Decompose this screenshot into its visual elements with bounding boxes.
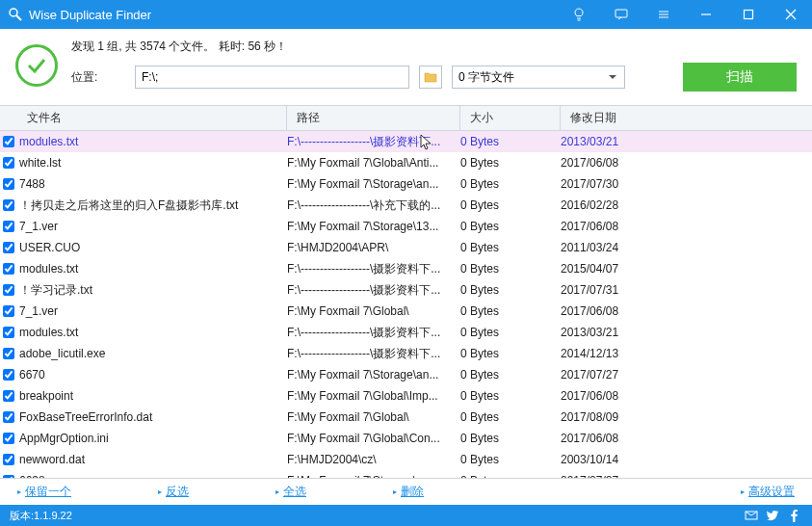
- cell-size: 0 Bytes: [460, 304, 561, 318]
- folder-icon: [424, 71, 437, 83]
- cell-path: F:\HMJD2004\cz\: [287, 453, 460, 466]
- minimize-button[interactable]: [685, 0, 727, 29]
- row-checkbox[interactable]: [3, 221, 14, 232]
- dropdown-triangle-icon: ▸: [393, 487, 397, 496]
- table-row[interactable]: AppMgrOption.iniF:\My Foxmail 7\Global\C…: [0, 428, 812, 449]
- success-check-icon: [15, 44, 58, 87]
- row-checkbox[interactable]: [3, 327, 14, 338]
- location-input[interactable]: [135, 66, 409, 89]
- cell-size: 0 Bytes: [460, 156, 561, 170]
- dropdown-triangle-icon: ▸: [158, 487, 162, 496]
- cell-date: 2017/07/31: [561, 283, 812, 297]
- cell-size: 0 Bytes: [460, 368, 561, 381]
- row-checkbox[interactable]: [3, 263, 14, 275]
- row-checkbox[interactable]: [3, 305, 14, 317]
- cell-date: 2011/03/24: [561, 241, 812, 254]
- table-row[interactable]: modules.txtF:\------------------\摄影资料下..…: [0, 131, 812, 152]
- cell-date: 2013/03/21: [561, 135, 812, 148]
- lightbulb-icon[interactable]: [558, 0, 600, 29]
- advanced-settings-action[interactable]: ▸高级设置: [741, 484, 795, 500]
- version-label: 版本:1.1.9.22: [10, 509, 72, 523]
- cell-size: 0 Bytes: [460, 241, 561, 254]
- cell-date: 2017/07/27: [561, 474, 812, 478]
- table-row[interactable]: adobe_licutil.exeF:\------------------\摄…: [0, 343, 812, 364]
- row-checkbox[interactable]: [3, 178, 14, 190]
- mail-icon[interactable]: [743, 507, 760, 524]
- row-checkbox[interactable]: [3, 242, 14, 253]
- cell-filename: modules.txt: [17, 326, 287, 339]
- app-title: Wise Duplicate Finder: [29, 8, 151, 22]
- browse-folder-button[interactable]: [419, 66, 442, 89]
- cell-filename: 7_1.ver: [17, 304, 287, 318]
- column-header-size[interactable]: 大小: [460, 106, 561, 130]
- row-checkbox[interactable]: [3, 284, 14, 296]
- cell-filename: ！拷贝走之后将这里的归入F盘摄影书库.txt: [17, 197, 287, 214]
- row-checkbox[interactable]: [3, 454, 14, 465]
- dropdown-triangle-icon: ▸: [17, 487, 21, 496]
- cell-filename: newword.dat: [17, 453, 287, 466]
- cell-filename: 7488: [17, 177, 287, 191]
- row-checkbox[interactable]: [3, 433, 14, 444]
- header-checkbox-cell: [0, 106, 17, 130]
- row-checkbox[interactable]: [3, 411, 14, 423]
- row-checkbox[interactable]: [3, 199, 14, 211]
- cell-path: F:\My Foxmail 7\Storage\13...: [287, 220, 460, 233]
- maximize-button[interactable]: [727, 0, 770, 29]
- row-checkbox[interactable]: [3, 136, 14, 147]
- table-row[interactable]: 7_1.verF:\My Foxmail 7\Global\0 Bytes201…: [0, 301, 812, 322]
- column-header-name[interactable]: 文件名: [17, 106, 287, 130]
- status-bar: 版本:1.1.9.22: [0, 505, 812, 526]
- cell-filename: ！学习记录.txt: [17, 282, 287, 299]
- row-checkbox[interactable]: [3, 390, 14, 402]
- cell-path: F:\My Foxmail 7\Storage\an...: [287, 177, 460, 191]
- scan-mode-value: 0 字节文件: [458, 69, 514, 86]
- cell-filename: white.lst: [17, 156, 287, 170]
- close-button[interactable]: [770, 0, 812, 29]
- cell-size: 0 Bytes: [460, 474, 561, 478]
- feedback-icon[interactable]: [600, 0, 642, 29]
- cell-filename: USER.CUO: [17, 241, 287, 254]
- scan-mode-select[interactable]: 0 字节文件: [452, 66, 625, 89]
- results-table[interactable]: modules.txtF:\------------------\摄影资料下..…: [0, 131, 812, 478]
- table-row[interactable]: 7_1.verF:\My Foxmail 7\Storage\13...0 By…: [0, 216, 812, 237]
- row-checkbox[interactable]: [3, 348, 14, 359]
- table-row[interactable]: modules.txtF:\------------------\摄影资料下..…: [0, 258, 812, 279]
- cell-filename: 6670: [17, 368, 287, 381]
- table-row[interactable]: white.lstF:\My Foxmail 7\Global\Anti...0…: [0, 152, 812, 173]
- app-logo-icon: [8, 7, 23, 22]
- dropdown-triangle-icon: ▸: [741, 487, 745, 496]
- cell-path: F:\My Foxmail 7\Global\: [287, 410, 460, 424]
- facebook-icon[interactable]: [785, 507, 802, 524]
- cell-date: 2017/08/09: [561, 410, 812, 424]
- table-row[interactable]: 6670F:\My Foxmail 7\Storage\an...0 Bytes…: [0, 364, 812, 385]
- row-checkbox[interactable]: [3, 369, 14, 381]
- cell-size: 0 Bytes: [460, 453, 561, 466]
- dropdown-triangle-icon: ▸: [275, 487, 279, 496]
- table-row[interactable]: ！学习记录.txtF:\------------------\摄影资料下...0…: [0, 279, 812, 301]
- table-row[interactable]: modules.txtF:\------------------\摄影资料下..…: [0, 322, 812, 343]
- cell-path: F:\------------------\摄影资料下...: [287, 134, 460, 150]
- cell-filename: modules.txt: [17, 135, 287, 148]
- menu-icon[interactable]: [642, 0, 685, 29]
- column-header-date[interactable]: 修改日期: [561, 106, 812, 130]
- row-checkbox[interactable]: [3, 157, 14, 169]
- scan-button[interactable]: 扫描: [683, 63, 797, 92]
- invert-selection-action[interactable]: ▸反选: [158, 484, 189, 500]
- column-header-path[interactable]: 路径: [287, 106, 460, 130]
- row-checkbox[interactable]: [3, 475, 14, 478]
- twitter-icon[interactable]: [764, 507, 781, 524]
- table-row[interactable]: ！拷贝走之后将这里的归入F盘摄影书库.txtF:\---------------…: [0, 195, 812, 216]
- cell-filename: modules.txt: [17, 262, 287, 276]
- keep-one-action[interactable]: ▸保留一个: [17, 484, 71, 500]
- delete-action[interactable]: ▸删除: [393, 484, 424, 500]
- table-row[interactable]: 6638F:\My Foxmail 7\Storage\an...0 Bytes…: [0, 470, 812, 478]
- select-all-action[interactable]: ▸全选: [275, 484, 306, 500]
- cell-path: F:\My Foxmail 7\Storage\an...: [287, 368, 460, 381]
- cell-date: 2013/03/21: [561, 326, 812, 339]
- cell-date: 2017/06/08: [561, 156, 812, 170]
- table-row[interactable]: USER.CUOF:\HMJD2004\APR\0 Bytes2011/03/2…: [0, 237, 812, 258]
- table-row[interactable]: FoxBaseTreeErrorInfo.datF:\My Foxmail 7\…: [0, 407, 812, 428]
- table-row[interactable]: newword.datF:\HMJD2004\cz\0 Bytes2003/10…: [0, 449, 812, 470]
- table-row[interactable]: 7488F:\My Foxmail 7\Storage\an...0 Bytes…: [0, 173, 812, 195]
- table-row[interactable]: breakpointF:\My Foxmail 7\Global\Imp...0…: [0, 385, 812, 407]
